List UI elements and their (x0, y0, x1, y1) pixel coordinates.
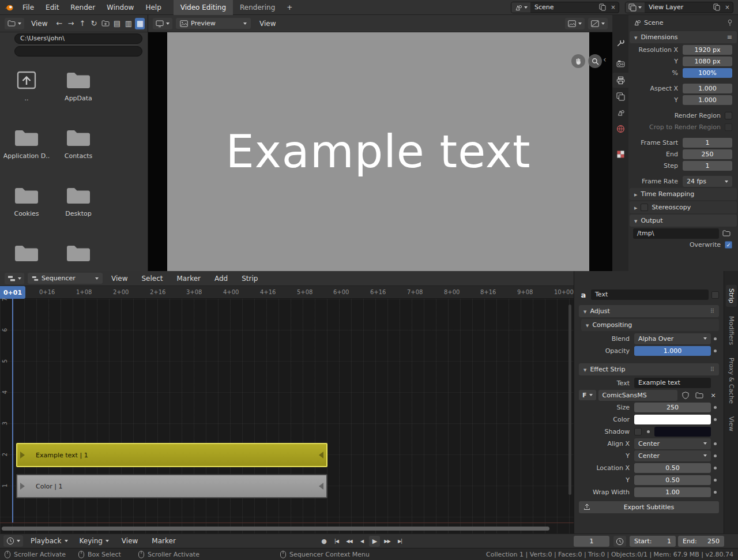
back-button[interactable]: ← (54, 18, 64, 29)
overwrite-checkbox[interactable] (725, 241, 732, 249)
editor-type-preview[interactable] (153, 18, 172, 29)
frame-end-field[interactable]: 250 (683, 149, 732, 159)
timeline-marker-menu[interactable]: Marker (146, 533, 180, 548)
workspace-tab-rendering[interactable]: Rendering (233, 0, 282, 15)
animate-dot[interactable] (714, 406, 717, 409)
prev-frame-button[interactable]: ◀ (356, 536, 367, 547)
folder-item-appdata[interactable]: AppData (53, 70, 104, 102)
timeline-ruler[interactable]: 0+16 1+08 2+00 2+16 3+08 4+00 4+16 5+08 … (0, 286, 574, 299)
display-vertical-list-button[interactable]: ▤ (112, 18, 122, 29)
display-horizontal-list-button[interactable]: ▥ (123, 18, 133, 29)
dimensions-panel-header[interactable]: Dimensions ≡ (630, 31, 737, 43)
blend-dropdown[interactable]: Alpha Over (634, 333, 711, 344)
timeline-view-menu[interactable]: View (116, 533, 143, 548)
display-thumbnails-button[interactable]: ▦ (135, 18, 145, 29)
stereoscopy-panel-header[interactable]: Stereoscopy (630, 201, 737, 213)
workspace-tab-video-editing[interactable]: Video Editing (174, 0, 233, 15)
folder-item-application-data[interactable]: Application D.. (1, 128, 52, 160)
folder-item[interactable] (53, 243, 104, 268)
export-subtitles-button[interactable]: Export Subtitles (579, 501, 719, 513)
preview-view-menu[interactable]: View (254, 16, 281, 31)
wrap-width-field[interactable]: 1.00 (634, 487, 711, 497)
sequencer-tracks[interactable]: 7 6 5 4 3 2 1 Example text | 1 Color | 1 (0, 299, 574, 533)
end-frame-field[interactable]: End: 250 (678, 536, 724, 547)
align-y-dropdown[interactable]: Center (634, 450, 711, 461)
opacity-slider[interactable]: 1.000 (634, 346, 711, 356)
up-button[interactable]: ↑ (77, 18, 87, 29)
scene-name[interactable]: Scene (530, 3, 597, 11)
strip-left-handle[interactable] (20, 452, 25, 458)
animate-dot[interactable] (714, 454, 717, 457)
shadow-color-swatch[interactable] (654, 427, 711, 437)
strip-right-handle[interactable] (319, 483, 323, 490)
animate-dot[interactable] (714, 349, 717, 352)
tab-render[interactable] (612, 56, 628, 71)
file-view-menu[interactable]: View (26, 16, 52, 31)
aspect-x-field[interactable]: 1.000 (683, 84, 732, 93)
pan-gizmo[interactable] (571, 54, 585, 68)
strip-left-handle[interactable] (20, 483, 25, 490)
output-panel-header[interactable]: Output (630, 215, 737, 227)
keying-dropdown[interactable]: Keying (76, 537, 113, 545)
strip-name-field[interactable]: Text (591, 290, 709, 300)
adjust-panel-header[interactable]: Adjust ⠿ (579, 305, 719, 317)
animate-dot[interactable] (714, 467, 717, 469)
tab-tool[interactable] (612, 35, 628, 50)
seq-select-menu[interactable]: Select (136, 271, 168, 286)
drag-handle-icon[interactable]: ⠿ (710, 366, 714, 373)
browse-view-layer-dropdown[interactable] (626, 2, 645, 13)
resolution-percent-field[interactable]: 100% (683, 68, 732, 78)
strip-right-handle[interactable] (319, 452, 323, 458)
strip-name-checkbox[interactable] (711, 291, 719, 299)
menu-window[interactable]: Window (101, 0, 139, 15)
panel-presets-icon[interactable]: ≡ (727, 33, 732, 41)
sequencer-display-mode-dropdown[interactable]: Sequencer (28, 273, 103, 284)
strip-example-text[interactable]: Example text | 1 (16, 443, 327, 467)
jump-to-start-button[interactable]: |◀ (331, 536, 342, 547)
folder-item-contacts[interactable]: Contacts (53, 128, 104, 160)
zoom-gizmo[interactable] (588, 54, 602, 68)
font-id-dropdown[interactable]: F (579, 390, 596, 400)
open-output-folder-icon[interactable] (721, 228, 732, 239)
playhead[interactable] (12, 299, 13, 523)
forward-button[interactable]: → (66, 18, 76, 29)
aspect-y-field[interactable]: 1.000 (683, 95, 732, 105)
effect-strip-panel-header[interactable]: Effect Strip ⠿ (579, 363, 719, 375)
tab-view-layer[interactable] (612, 89, 628, 104)
menu-file[interactable]: File (17, 0, 39, 15)
seq-strip-menu[interactable]: Strip (236, 271, 263, 286)
collapse-gizmo-arrow[interactable]: ‹ (603, 55, 607, 63)
tab-output[interactable] (612, 73, 628, 88)
prev-keyframe-button[interactable]: ◀◀ (344, 536, 355, 547)
folder-item-parent[interactable]: .. (1, 70, 52, 102)
display-channels-dropdown[interactable] (565, 18, 585, 29)
resolution-x-field[interactable]: 1920 px (683, 45, 732, 55)
view-layer-name[interactable]: View Layer (645, 3, 711, 11)
current-frame-field[interactable]: 1 (574, 536, 609, 547)
animate-dot[interactable] (714, 442, 717, 445)
align-x-dropdown[interactable]: Center (634, 438, 711, 449)
remove-view-layer-button[interactable]: × (722, 2, 733, 13)
create-directory-button[interactable] (100, 18, 110, 29)
animate-dot[interactable] (714, 337, 717, 340)
text-color-swatch[interactable] (634, 415, 711, 424)
editor-type-timeline[interactable] (3, 535, 23, 547)
unlink-scene-button[interactable]: × (608, 2, 619, 13)
menu-render[interactable]: Render (65, 0, 100, 15)
stereoscopy-checkbox[interactable] (641, 204, 648, 211)
preview-display-mode-dropdown[interactable]: Preview (176, 18, 251, 29)
resolution-y-field[interactable]: 1080 px (683, 57, 732, 66)
shadow-checkbox[interactable] (634, 428, 642, 435)
tab-world[interactable] (612, 121, 628, 136)
frame-step-field[interactable]: 1 (683, 161, 732, 171)
location-y-field[interactable]: 0.50 (634, 475, 711, 485)
menu-edit[interactable]: Edit (40, 0, 64, 15)
drag-handle-icon[interactable]: ⠿ (710, 308, 714, 314)
folder-item-cookies[interactable]: Cookies (1, 186, 52, 217)
menu-help[interactable]: Help (140, 0, 166, 15)
file-path-input[interactable]: C:\Users\john\ (14, 33, 142, 44)
playback-dropdown[interactable]: Playback (27, 537, 72, 545)
font-name-field[interactable]: ComicSansMS (598, 390, 677, 401)
frame-start-field[interactable]: 1 (683, 138, 732, 148)
editor-type-file-browser[interactable] (5, 18, 24, 29)
